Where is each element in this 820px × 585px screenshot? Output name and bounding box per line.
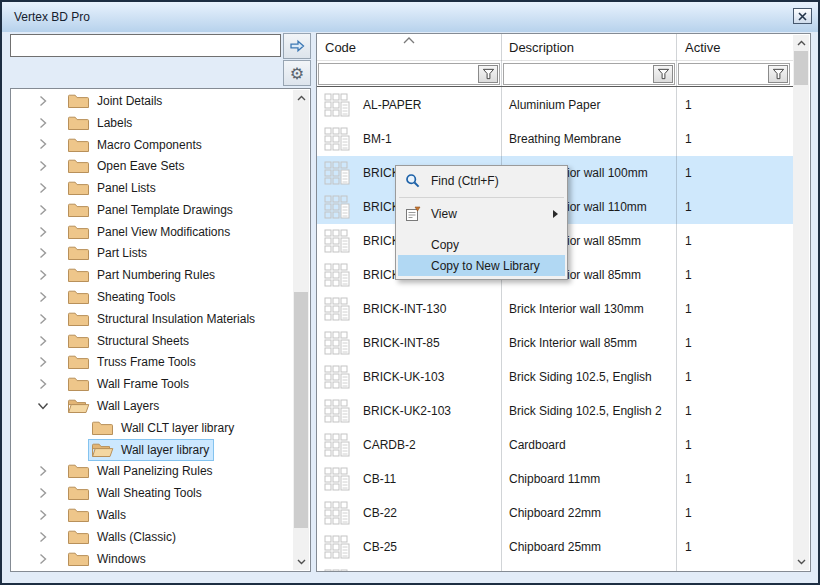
- tree-expander[interactable]: [35, 93, 51, 109]
- tree-item[interactable]: Wall Layers: [11, 395, 293, 417]
- tree-item[interactable]: Panel Lists: [11, 177, 293, 199]
- tree-scrollbar-thumb[interactable]: [294, 292, 308, 528]
- tree-item[interactable]: Open Eave Sets: [11, 155, 293, 177]
- table-scrollbar-thumb[interactable]: [794, 51, 808, 85]
- tree-item-body[interactable]: Part Lists: [64, 242, 152, 264]
- filter-button-code[interactable]: [478, 65, 498, 83]
- tree-item-body[interactable]: Wall Sheating Tools: [64, 482, 207, 504]
- table-row[interactable]: CB-11 Chipboard 11mm 1: [317, 462, 793, 496]
- tree-item-body[interactable]: Sheating Tools: [64, 286, 181, 308]
- tree-item[interactable]: Wall layer library: [11, 439, 293, 461]
- tree-item-body[interactable]: Panel Template Drawings: [64, 199, 238, 221]
- tree-item-body[interactable]: Wall Panelizing Rules: [64, 460, 218, 482]
- tree-item-body[interactable]: Wall Frame Tools: [64, 373, 194, 395]
- table-row[interactable]: BM-1 Breathing Membrane 1: [317, 122, 793, 156]
- context-menu-item[interactable]: View: [398, 200, 565, 228]
- tree-item[interactable]: Panel Template Drawings: [11, 199, 293, 221]
- tree-item[interactable]: Wall Sheating Tools: [11, 482, 293, 504]
- filter-input-description[interactable]: [505, 65, 652, 83]
- tree-item-body[interactable]: Wall Layers: [64, 395, 164, 417]
- tree-scrollbar[interactable]: [293, 90, 309, 570]
- tree-expander[interactable]: [35, 158, 51, 174]
- tree-expander[interactable]: [35, 311, 51, 327]
- tree-expander[interactable]: [35, 529, 51, 545]
- close-button[interactable]: [793, 8, 812, 24]
- tree-item-body[interactable]: Macro Components: [64, 134, 207, 156]
- tree-item-body[interactable]: Labels: [64, 112, 137, 134]
- table-row[interactable]: BRICK-INT-130 Brick Interior wall 130mm …: [317, 292, 793, 326]
- tree-expander[interactable]: [35, 354, 51, 370]
- tree-item-body[interactable]: Structural Insulation Materials: [64, 308, 260, 330]
- table-row[interactable]: CB-25 Chipboard 25mm 1: [317, 530, 793, 564]
- column-header-active[interactable]: Active: [685, 40, 720, 55]
- settings-button[interactable]: ⚙: [283, 60, 311, 86]
- scroll-up-button[interactable]: [293, 90, 309, 106]
- table-row[interactable]: CARDB-2 Cardboard 1: [317, 428, 793, 462]
- tree-item-body[interactable]: Joint Details: [64, 90, 167, 112]
- tree-item[interactable]: Structural Insulation Materials: [11, 308, 293, 330]
- table-row[interactable]: BRICK-INT-85 Brick Interior wall 85mm 1: [317, 326, 793, 360]
- tree-item[interactable]: Labels: [11, 112, 293, 134]
- filter-button-active[interactable]: [768, 65, 788, 83]
- tree-expander[interactable]: [35, 376, 51, 392]
- context-menu-item[interactable]: Copy: [398, 234, 565, 255]
- table-row[interactable]: AL-PAPER Aluminium Paper 1: [317, 88, 793, 122]
- tree-expander[interactable]: [35, 224, 51, 240]
- table-scrollbar[interactable]: [793, 35, 809, 570]
- scroll-down-button[interactable]: [793, 554, 809, 570]
- tree-expander[interactable]: [35, 136, 51, 152]
- tree-item-body[interactable]: Windows: [64, 548, 151, 570]
- tree-expander[interactable]: [35, 463, 51, 479]
- filter-button-description[interactable]: [653, 65, 673, 83]
- tree-expander[interactable]: [35, 245, 51, 261]
- tree-item[interactable]: Truss Frame Tools: [11, 352, 293, 374]
- search-input[interactable]: [10, 34, 281, 57]
- tree-item-body[interactable]: Wall layer library: [88, 439, 214, 461]
- tree-item[interactable]: Part Lists: [11, 243, 293, 265]
- tree-item[interactable]: Joint Details: [11, 90, 293, 112]
- table-row[interactable]: [317, 564, 793, 572]
- tree-item-body[interactable]: Part Numbering Rules: [64, 264, 220, 286]
- tree-item[interactable]: Walls: [11, 504, 293, 526]
- column-header-code[interactable]: Code: [325, 40, 356, 55]
- filter-input-code[interactable]: [320, 65, 477, 83]
- context-menu-item[interactable]: Copy to New Library: [398, 255, 565, 276]
- tree-expander[interactable]: [35, 398, 51, 414]
- tree-item-body[interactable]: Walls: [64, 504, 131, 526]
- filter-input-active[interactable]: [680, 65, 767, 83]
- scroll-up-button[interactable]: [793, 35, 809, 51]
- tree-expander[interactable]: [35, 333, 51, 349]
- tree-item-body[interactable]: Panel View Modifications: [64, 221, 235, 243]
- tree-item-body[interactable]: Walls (Classic): [64, 526, 181, 548]
- tree-item-body[interactable]: Open Eave Sets: [64, 155, 189, 177]
- tree-expander[interactable]: [35, 507, 51, 523]
- tree-item[interactable]: Wall CLT layer library: [11, 417, 293, 439]
- tree-item-body[interactable]: Truss Frame Tools: [64, 351, 201, 373]
- tree-item[interactable]: Wall Panelizing Rules: [11, 461, 293, 483]
- context-menu-item[interactable]: Find (Ctrl+F): [398, 167, 565, 195]
- tree-item[interactable]: Sheating Tools: [11, 286, 293, 308]
- tree-expander[interactable]: [35, 115, 51, 131]
- tree-item[interactable]: Part Numbering Rules: [11, 264, 293, 286]
- column-header-description[interactable]: Description: [509, 40, 574, 55]
- tree-expander[interactable]: [35, 485, 51, 501]
- tree-item[interactable]: Wall Frame Tools: [11, 373, 293, 395]
- tree-item[interactable]: Windows: [11, 548, 293, 570]
- tree-item[interactable]: Macro Components: [11, 134, 293, 156]
- tree-item-body[interactable]: Wall CLT layer library: [88, 417, 239, 439]
- titlebar[interactable]: Vertex BD Pro: [2, 2, 818, 32]
- table-row[interactable]: CB-22 Chipboard 22mm 1: [317, 496, 793, 530]
- tree-item-body[interactable]: Structural Sheets: [64, 330, 194, 352]
- tree-item[interactable]: Panel View Modifications: [11, 221, 293, 243]
- tree-item[interactable]: Structural Sheets: [11, 330, 293, 352]
- tree-expander[interactable]: [35, 289, 51, 305]
- scroll-down-button[interactable]: [293, 554, 309, 570]
- tree-expander[interactable]: [35, 551, 51, 567]
- tree-item-body[interactable]: Panel Lists: [64, 177, 161, 199]
- table-row[interactable]: BRICK-UK2-103 Brick Siding 102.5, Englis…: [317, 394, 793, 428]
- tree-expander[interactable]: [35, 180, 51, 196]
- table-row[interactable]: BRICK-UK-103 Brick Siding 102.5, English…: [317, 360, 793, 394]
- tree-expander[interactable]: [35, 267, 51, 283]
- tree-expander[interactable]: [35, 202, 51, 218]
- tree-item[interactable]: Walls (Classic): [11, 526, 293, 548]
